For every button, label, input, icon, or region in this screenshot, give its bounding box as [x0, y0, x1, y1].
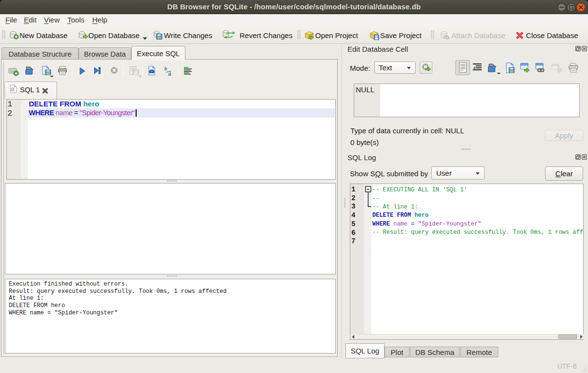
svg-text:b: b	[164, 66, 167, 71]
